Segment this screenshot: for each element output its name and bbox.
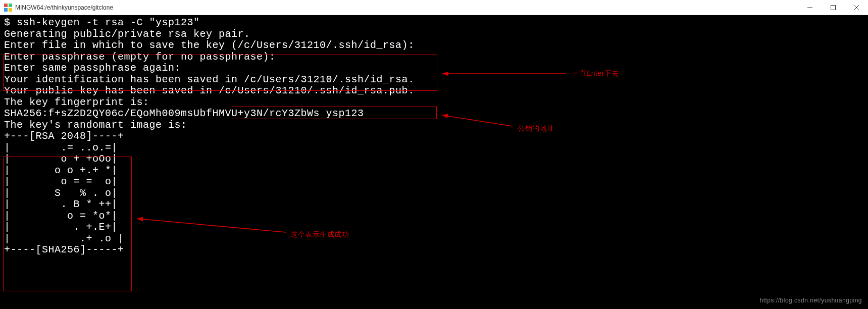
terminal-line: Enter file in which to save the key (/c/… <box>4 39 415 51</box>
terminal-line: | o = *o*| <box>4 210 118 222</box>
terminal-line: | o = = o| <box>4 176 118 187</box>
annotation-label-enter: 一直Enter下去 <box>572 68 619 79</box>
terminal-line: | .+ .o | <box>4 233 124 244</box>
terminal-line: | o + +oOo| <box>4 153 118 165</box>
window-titlebar: MINGW64:/e/thinkyunspace/gitclone <box>0 0 868 15</box>
terminal-line: SHA256:f+sZ2D2QY06c/EQoMh009msUbfHMVU+y3… <box>4 108 364 119</box>
terminal-line: Enter passphrase (empty for no passphras… <box>4 51 276 63</box>
terminal-line: $ ssh-keygen -t rsa -C "ysp123" <box>4 17 200 28</box>
annotation-arrow-1 <box>437 72 569 75</box>
terminal-line: The key's randomart image is: <box>4 119 187 131</box>
annotation-arrow-3 <box>132 217 288 237</box>
annotation-arrow-2 <box>437 114 515 129</box>
terminal-area[interactable]: $ ssh-keygen -t rsa -C "ysp123" Generati… <box>0 15 868 309</box>
titlebar-left: MINGW64:/e/thinkyunspace/gitclone <box>4 4 113 12</box>
terminal-line: +---[RSA 2048]----+ <box>4 130 124 142</box>
window-title: MINGW64:/e/thinkyunspace/gitclone <box>15 4 113 11</box>
svg-rect-1 <box>831 5 836 10</box>
annotation-label-pubkey: 公钥的地址 <box>518 123 554 134</box>
terminal-line: +----[SHA256]-----+ <box>4 244 124 255</box>
terminal-line: | . B * ++| <box>4 198 118 210</box>
annotation-label-success: 这个表示生成成功 <box>290 229 349 240</box>
terminal-line: Your public key has been saved in /c/Use… <box>4 85 415 96</box>
terminal-line: Enter same passphrase again: <box>4 62 181 74</box>
terminal-line: Your identification has been saved in /c… <box>4 74 415 85</box>
maximize-button[interactable] <box>822 0 845 15</box>
window-controls <box>798 0 868 15</box>
terminal-line: | S % . o| <box>4 187 118 199</box>
terminal-line: Generating public/private rsa key pair. <box>4 28 250 40</box>
terminal-line: The key fingerprint is: <box>4 96 149 108</box>
minimize-button[interactable] <box>798 0 822 15</box>
terminal-line: | o o +.+ *| <box>4 165 118 176</box>
app-icon <box>4 4 12 12</box>
svg-line-7 <box>442 115 513 126</box>
terminal-line: | .= ..o.=| <box>4 142 118 153</box>
terminal-line: | . +.E+| <box>4 221 118 233</box>
close-button[interactable] <box>845 0 868 15</box>
watermark: https://blog.csdn.net/yushuangping <box>760 295 862 306</box>
svg-line-9 <box>137 219 286 232</box>
